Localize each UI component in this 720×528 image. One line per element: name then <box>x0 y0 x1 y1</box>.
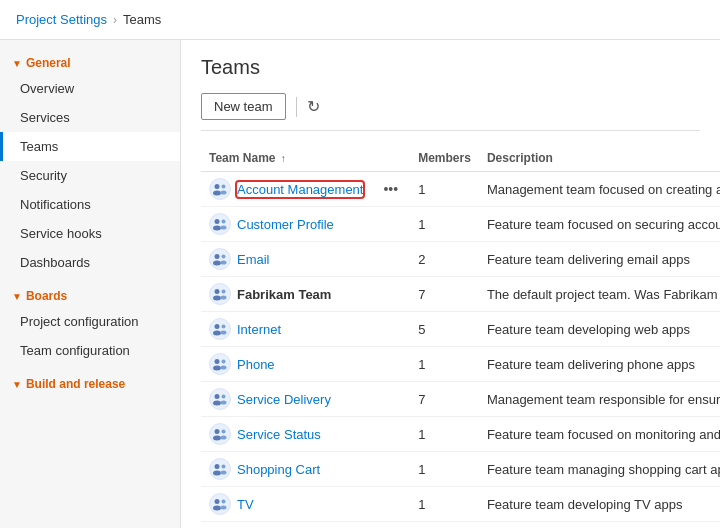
teams-table: Team Name ↑ Members Description Account … <box>201 145 720 528</box>
svg-point-4 <box>221 191 227 195</box>
chevron-down-icon: ▼ <box>12 291 22 302</box>
team-name-link[interactable]: Service Status <box>237 427 321 442</box>
team-name-cell: TV <box>209 493 363 515</box>
breadcrumb-separator: › <box>113 13 117 27</box>
sidebar-item-teams[interactable]: Teams <box>0 132 180 161</box>
team-icon <box>209 493 231 515</box>
svg-point-48 <box>222 500 226 504</box>
team-name-link[interactable]: TV <box>237 497 254 512</box>
sidebar-section-boards-label: Boards <box>26 289 67 303</box>
svg-point-1 <box>215 184 220 189</box>
svg-point-27 <box>213 366 221 371</box>
team-actions-cell <box>371 417 410 452</box>
svg-point-0 <box>210 179 231 200</box>
top-bar: Project Settings › Teams <box>0 0 720 40</box>
sidebar-item-service-hooks[interactable]: Service hooks <box>0 219 180 248</box>
team-description: Feature team developing TV apps <box>479 487 720 522</box>
refresh-icon[interactable]: ↻ <box>307 97 320 116</box>
team-icon <box>209 283 231 305</box>
sidebar-item-project-configuration[interactable]: Project configuration <box>0 307 180 336</box>
team-name-cell: Customer Profile <box>209 213 363 235</box>
new-team-button[interactable]: New team <box>201 93 286 120</box>
table-row: Service Delivery7Management team respons… <box>201 382 720 417</box>
team-name-cell: Internet <box>209 318 363 340</box>
svg-point-46 <box>215 499 220 504</box>
table-row: Account Management•••1Management team fo… <box>201 172 720 207</box>
table-header-row: Team Name ↑ Members Description <box>201 145 720 172</box>
team-actions-cell <box>371 487 410 522</box>
team-description: Management team responsible for ensure <box>479 382 720 417</box>
team-actions-cell: ••• <box>371 172 410 207</box>
svg-point-33 <box>222 395 226 399</box>
team-icon <box>209 353 231 375</box>
svg-point-10 <box>210 249 231 270</box>
team-name-cell: Service Delivery <box>209 388 363 410</box>
team-name-cell: Service Status <box>209 423 363 445</box>
team-members-count: 7 <box>410 277 479 312</box>
chevron-down-icon: ▼ <box>12 58 22 69</box>
team-name-link[interactable]: Internet <box>237 322 281 337</box>
svg-point-31 <box>215 394 220 399</box>
svg-point-8 <box>222 220 226 224</box>
sidebar-item-services[interactable]: Services <box>0 103 180 132</box>
sidebar: ▼ General Overview Services Teams Securi… <box>0 40 181 528</box>
team-name-link[interactable]: Service Delivery <box>237 392 331 407</box>
team-members-count: 1 <box>410 417 479 452</box>
svg-point-14 <box>221 261 227 265</box>
breadcrumb: Project Settings › Teams <box>16 12 161 27</box>
team-description: Management team focused on creating an <box>479 172 720 207</box>
team-name-link[interactable]: Email <box>237 252 270 267</box>
sidebar-item-dashboards[interactable]: Dashboards <box>0 248 180 277</box>
team-name-link[interactable]: Fabrikam Team <box>237 287 331 302</box>
team-icon <box>209 178 231 200</box>
breadcrumb-parent[interactable]: Project Settings <box>16 12 107 27</box>
toolbar: New team ↻ <box>201 93 700 131</box>
sidebar-section-build-release-header[interactable]: ▼ Build and release <box>0 369 180 395</box>
team-icon <box>209 213 231 235</box>
breadcrumb-current: Teams <box>123 12 161 27</box>
svg-point-32 <box>213 401 221 406</box>
team-description: Feature team focused on securing accoun <box>479 207 720 242</box>
sidebar-item-team-configuration[interactable]: Team configuration <box>0 336 180 365</box>
svg-point-42 <box>213 471 221 476</box>
team-members-count: 2 <box>410 242 479 277</box>
team-name-link[interactable]: Account Management <box>237 182 363 197</box>
team-name-link[interactable]: Shopping Cart <box>237 462 320 477</box>
sidebar-item-security[interactable]: Security <box>0 161 180 190</box>
sidebar-item-notifications[interactable]: Notifications <box>0 190 180 219</box>
team-actions-cell <box>371 347 410 382</box>
svg-point-35 <box>210 424 231 445</box>
table-row: Email2Feature team delivering email apps <box>201 242 720 277</box>
svg-point-17 <box>213 296 221 301</box>
svg-point-47 <box>213 506 221 511</box>
team-description: Feature team developing web apps <box>479 312 720 347</box>
svg-point-38 <box>222 430 226 434</box>
svg-point-30 <box>210 389 231 410</box>
sidebar-section-general-header[interactable]: ▼ General <box>0 48 180 74</box>
svg-point-34 <box>221 401 227 405</box>
team-actions-cell <box>371 452 410 487</box>
team-name-cell: Account Management <box>209 178 363 200</box>
table-row: Shopping Cart1Feature team managing shop… <box>201 452 720 487</box>
team-name-cell: Email <box>209 248 363 270</box>
team-name-link[interactable]: Customer Profile <box>237 217 334 232</box>
svg-point-12 <box>213 261 221 266</box>
team-description: Feature team delivering email apps <box>479 242 720 277</box>
team-icon <box>209 318 231 340</box>
svg-point-7 <box>213 226 221 231</box>
team-members-count: 1 <box>410 347 479 382</box>
sidebar-item-overview[interactable]: Overview <box>0 74 180 103</box>
svg-point-25 <box>210 354 231 375</box>
team-actions-menu-button[interactable]: ••• <box>379 179 402 199</box>
team-actions-cell <box>371 382 410 417</box>
team-icon <box>209 423 231 445</box>
svg-point-21 <box>215 324 220 329</box>
svg-point-20 <box>210 319 231 340</box>
sidebar-section-boards-header[interactable]: ▼ Boards <box>0 281 180 307</box>
team-members-count: 1 <box>410 452 479 487</box>
team-members-count: 1 <box>410 522 479 529</box>
col-header-name[interactable]: Team Name ↑ <box>201 145 371 172</box>
svg-point-11 <box>215 254 220 259</box>
team-name-link[interactable]: Phone <box>237 357 275 372</box>
team-description: Feature team focused on voice communic <box>479 522 720 529</box>
